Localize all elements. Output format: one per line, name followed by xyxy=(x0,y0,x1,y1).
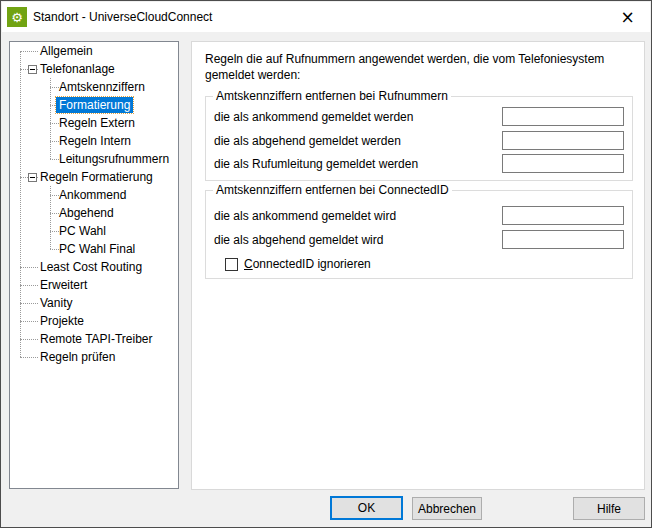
checkbox-label: ConnectedID ignorieren xyxy=(244,257,371,271)
window-title: Standort - UniverseCloudConnect xyxy=(33,10,212,24)
input-connectedid-abgehend[interactable] xyxy=(502,230,624,249)
field-label-abgehend: die als abgehend gemeldet werden xyxy=(214,134,401,149)
input-abgehend-rufnummer[interactable] xyxy=(502,131,624,150)
group-title: Amtskennziffern entfernen bei ConnectedI… xyxy=(213,183,452,197)
tree-item-erweitert[interactable]: Erweitert xyxy=(10,276,178,294)
dialog-window: ⚙ Standort - UniverseCloudConnect × Allg… xyxy=(0,0,652,528)
help-button[interactable]: Hilfe xyxy=(573,497,645,520)
tree-item-projekte[interactable]: Projekte xyxy=(10,312,178,330)
group-title: Amtskennziffern entfernen bei Rufnummern xyxy=(213,89,451,103)
panel-description: Regeln die auf Rufnummern angewendet wer… xyxy=(205,51,637,83)
ok-button[interactable]: OK xyxy=(330,496,403,520)
tree-item-regeln-intern[interactable]: Regeln Intern xyxy=(10,132,178,150)
navigation-tree: Allgemein Telefonanlage Amtskennziffern … xyxy=(9,41,179,489)
field-label-rufumleitung: die als Rufumleitung gemeldet werden xyxy=(214,157,418,172)
field-label-connectedid-ankommend: die als ankommend gemeldet wird xyxy=(214,209,396,224)
input-ankommend-rufnummer[interactable] xyxy=(502,107,624,126)
input-connectedid-ankommend[interactable] xyxy=(502,206,624,225)
title-bar: ⚙ Standort - UniverseCloudConnect × xyxy=(2,2,650,32)
collapse-expander-icon[interactable] xyxy=(28,173,37,182)
connectedid-ignorieren-checkbox-row[interactable]: ConnectedID ignorieren xyxy=(225,256,371,272)
tree-item-leitungsrufnummern[interactable]: Leitungsrufnummern xyxy=(10,150,178,168)
tree-item-vanity[interactable]: Vanity xyxy=(10,294,178,312)
input-rufumleitung[interactable] xyxy=(502,154,624,173)
field-label-ankommend: die als ankommend gemeldet werden xyxy=(214,110,413,125)
checkbox-unchecked-icon[interactable] xyxy=(225,258,238,271)
tree-item-regeln-pruefen[interactable]: Regeln prüfen xyxy=(10,348,178,366)
tree-item-allgemein[interactable]: Allgemein xyxy=(10,42,178,60)
tree-item-formatierung-selected[interactable]: Formatierung xyxy=(10,96,178,114)
tree-item-pc-wahl-final[interactable]: PC Wahl Final xyxy=(10,240,178,258)
settings-panel: Regeln die auf Rufnummern angewendet wer… xyxy=(191,41,645,490)
tree-item-ankommend[interactable]: Ankommend xyxy=(10,186,178,204)
group-amtskennziffern-connectedid: Amtskennziffern entfernen bei ConnectedI… xyxy=(205,190,633,279)
app-gear-icon: ⚙ xyxy=(7,7,27,27)
tree-item-least-cost-routing[interactable]: Least Cost Routing xyxy=(10,258,178,276)
tree-item-abgehend[interactable]: Abgehend xyxy=(10,204,178,222)
group-amtskennziffern-rufnummern: Amtskennziffern entfernen bei Rufnummern… xyxy=(205,96,633,181)
cancel-button[interactable]: Abbrechen xyxy=(412,497,482,520)
tree-item-amtskennziffern[interactable]: Amtskennziffern xyxy=(10,78,178,96)
tree-item-remote-tapi-treiber[interactable]: Remote TAPI-Treiber xyxy=(10,330,178,348)
tree-item-regeln-extern[interactable]: Regeln Extern xyxy=(10,114,178,132)
field-label-connectedid-abgehend: die als abgehend gemeldet wird xyxy=(214,233,383,248)
tree-item-pc-wahl[interactable]: PC Wahl xyxy=(10,222,178,240)
close-icon[interactable]: × xyxy=(605,2,650,32)
collapse-expander-icon[interactable] xyxy=(28,65,37,74)
